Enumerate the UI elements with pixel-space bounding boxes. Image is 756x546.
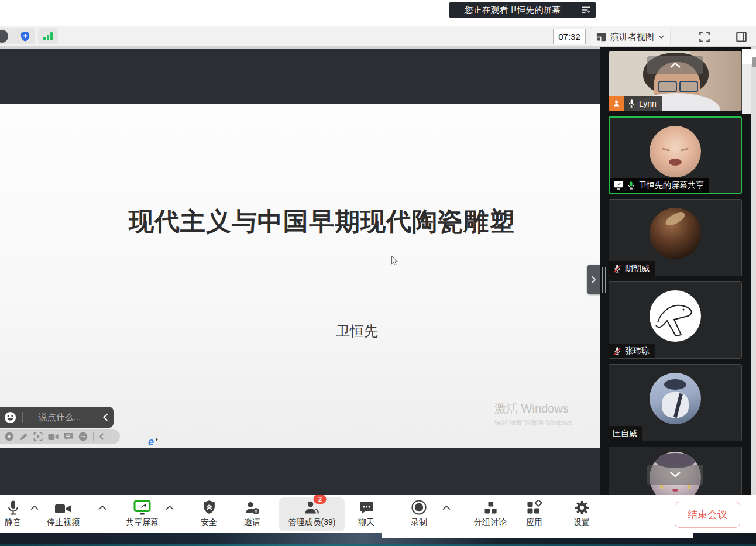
encryption-shield-button[interactable] xyxy=(15,28,35,44)
mouse-cursor-icon xyxy=(391,255,398,266)
apps-button[interactable]: 应用 xyxy=(526,498,542,528)
meeting-window: 现代主义与中国早期现代陶瓷雕塑 卫恒先 激活 Windows 转到“设置”以激活… xyxy=(0,0,756,546)
share-screen-button[interactable]: 共享屏幕 xyxy=(126,498,159,528)
video-options-chevron[interactable] xyxy=(98,505,107,510)
collapse-chat-icon[interactable] xyxy=(102,413,108,421)
participants-panel: Lynn 卫恒先的屏幕共享 阴朝威 xyxy=(600,47,751,495)
avatar xyxy=(650,290,701,342)
participant-tile[interactable]: 匡自威 xyxy=(609,364,742,441)
person-icon xyxy=(612,99,621,108)
mic-muted-icon xyxy=(613,346,622,356)
participants-count-badge: 2 xyxy=(314,495,327,504)
avatar-detail xyxy=(681,147,689,151)
participant-tile-lynn[interactable]: Lynn xyxy=(609,51,742,111)
security-shield-icon xyxy=(202,500,217,516)
participant-name-label: Lynn xyxy=(624,96,662,111)
collapse-annotation-icon[interactable] xyxy=(99,433,104,440)
manage-participants-button[interactable]: 2 管理成员(39) xyxy=(288,498,336,528)
invite-person-icon xyxy=(244,500,260,516)
mute-options-chevron[interactable] xyxy=(30,505,39,510)
avatar-detail xyxy=(650,290,701,342)
avatar xyxy=(650,126,701,177)
microphone-icon xyxy=(6,500,20,516)
end-meeting-button[interactable]: 结束会议 xyxy=(675,502,740,528)
emoji-smiley-icon[interactable] xyxy=(4,411,17,424)
fullscreen-icon xyxy=(698,30,711,43)
participant-name-label: 卫恒先的屏幕共享 xyxy=(610,178,709,193)
divider xyxy=(97,412,97,423)
slide-title: 现代主义与中国早期现代陶瓷雕塑 xyxy=(41,205,603,239)
shared-screen-top-band xyxy=(0,49,606,104)
connection-quality-button[interactable] xyxy=(38,28,58,44)
fullscreen-button[interactable] xyxy=(698,30,711,43)
ie-browser-icon: e xyxy=(148,437,159,447)
avatar-detail xyxy=(669,159,682,166)
chevron-up-icon xyxy=(669,61,682,68)
viewing-screen-banner: 您正在观看卫恒先的屏幕 xyxy=(449,2,596,18)
topbar-info-button[interactable] xyxy=(0,28,16,44)
avatar-detail xyxy=(672,489,678,492)
mic-on-icon xyxy=(627,99,636,108)
ie-context-arrow-icon xyxy=(155,437,159,442)
share-options-chevron[interactable] xyxy=(166,505,174,510)
chat-button[interactable]: 聊天 xyxy=(358,498,374,528)
avatar-detail xyxy=(658,81,698,92)
record-options-chevron[interactable] xyxy=(442,505,451,510)
participant-tile[interactable]: 阴朝威 xyxy=(609,199,742,276)
mic-muted-icon xyxy=(613,264,622,273)
signal-bars-icon xyxy=(43,32,53,41)
avatar xyxy=(650,208,701,259)
background-window-corner xyxy=(742,64,751,114)
chat-input[interactable]: 说点什么... xyxy=(28,412,91,423)
meeting-timer: 07:32 xyxy=(553,29,586,44)
participant-tile-partial[interactable] xyxy=(609,447,742,495)
side-panel-toggle-button[interactable] xyxy=(735,30,748,43)
participant-tile[interactable]: 张玮琼 xyxy=(609,281,742,359)
more-icon[interactable] xyxy=(78,432,88,441)
window-edge-strip xyxy=(751,47,756,495)
sidebar-resize-grip[interactable] xyxy=(602,267,606,293)
collapse-thumbnails-button[interactable] xyxy=(647,56,703,74)
avatar xyxy=(650,373,701,424)
sidebar-collapse-handle[interactable] xyxy=(587,265,600,294)
meeting-topbar: 07:32 演讲者视图 xyxy=(0,26,756,47)
layout-icon xyxy=(596,32,606,42)
view-mode-label: 演讲者视图 xyxy=(610,32,654,43)
meeting-toolbar: 静音 停止视频 共享屏幕 安全 邀请 xyxy=(0,495,756,533)
camera-icon[interactable] xyxy=(48,433,59,441)
avatar-detail xyxy=(664,379,686,390)
gear-icon xyxy=(574,500,590,516)
focus-icon[interactable] xyxy=(33,432,43,441)
watermark-title: 激活 Windows xyxy=(494,401,578,417)
settings-button[interactable]: 设置 xyxy=(573,498,590,528)
security-button[interactable]: 安全 xyxy=(201,498,217,528)
annotation-toolbar xyxy=(0,429,120,444)
activate-windows-watermark: 激活 Windows 转到“设置”以激活 Windows。 xyxy=(494,401,578,427)
view-options-menu-icon[interactable] xyxy=(581,5,591,15)
host-badge xyxy=(609,96,624,111)
chevron-down-icon xyxy=(658,35,664,39)
stop-video-button[interactable]: 停止视频 xyxy=(47,498,80,528)
breakout-squares-icon xyxy=(483,500,499,516)
slide-author: 卫恒先 xyxy=(269,322,445,341)
breakout-rooms-button[interactable]: 分组讨论 xyxy=(474,498,507,528)
wallpaper-glow xyxy=(0,544,756,546)
comment-icon[interactable] xyxy=(64,432,73,441)
view-mode-button[interactable]: 演讲者视图 xyxy=(590,28,671,46)
side-panel-icon xyxy=(735,30,748,43)
shared-screen-bottom-band xyxy=(0,448,606,495)
record-button[interactable]: 录制 xyxy=(411,498,427,528)
expand-thumbnails-button[interactable] xyxy=(647,465,703,485)
pointer-fragment xyxy=(752,57,756,67)
play-icon[interactable] xyxy=(5,432,14,441)
watermark-subtitle: 转到“设置”以激活 Windows。 xyxy=(494,418,578,427)
pencil-icon[interactable] xyxy=(19,432,28,441)
mute-button[interactable]: 静音 xyxy=(5,498,21,528)
participant-tile-screen-share[interactable]: 卫恒先的屏幕共享 xyxy=(609,116,742,194)
avatar-detail xyxy=(662,147,670,151)
background-window-edge xyxy=(382,533,693,538)
participant-name-label: 阴朝威 xyxy=(609,261,655,276)
record-icon xyxy=(411,499,427,516)
invite-button[interactable]: 邀请 xyxy=(244,498,260,528)
mic-active-icon xyxy=(627,181,635,190)
